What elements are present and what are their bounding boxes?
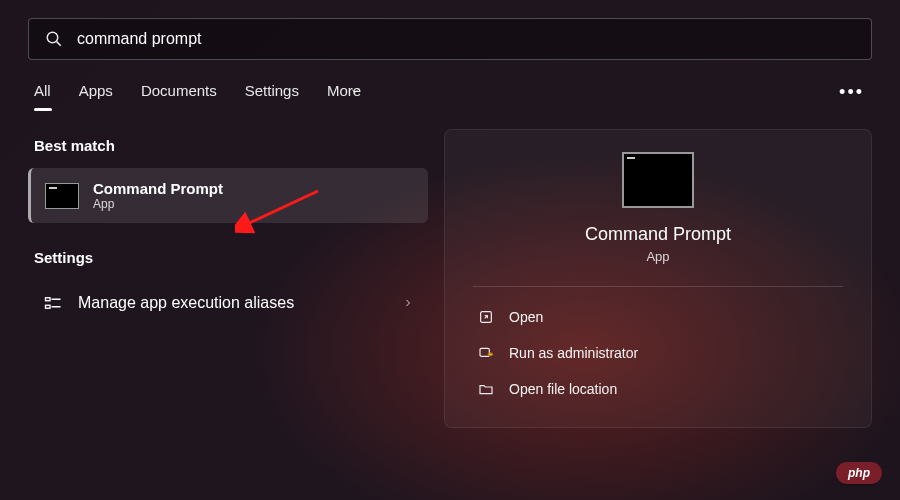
tab-documents[interactable]: Documents	[141, 82, 217, 107]
tab-settings[interactable]: Settings	[245, 82, 299, 107]
settings-item-aliases[interactable]: Manage app execution aliases	[28, 280, 428, 326]
tab-all[interactable]: All	[34, 82, 51, 107]
chevron-right-icon	[402, 297, 414, 309]
best-match-result[interactable]: Command Prompt App	[28, 168, 428, 223]
detail-subtitle: App	[646, 249, 669, 264]
chevron-down-icon	[349, 85, 361, 97]
svg-point-0	[47, 32, 58, 43]
tabs-row: All Apps Documents Settings More •••	[0, 60, 900, 107]
more-options-button[interactable]: •••	[839, 82, 864, 103]
detail-title: Command Prompt	[585, 224, 731, 245]
action-open-location-label: Open file location	[509, 381, 617, 397]
aliases-icon	[42, 294, 64, 312]
action-open-location[interactable]: Open file location	[473, 373, 843, 405]
php-badge: php	[836, 462, 882, 484]
settings-item-label: Manage app execution aliases	[78, 294, 294, 312]
open-icon	[477, 309, 495, 325]
result-text: Command Prompt App	[93, 180, 223, 211]
detail-panel: Command Prompt App Open Run as administr…	[444, 129, 872, 428]
svg-line-1	[57, 42, 61, 46]
result-subtitle: App	[93, 197, 223, 211]
search-icon	[45, 30, 63, 48]
result-title: Command Prompt	[93, 180, 223, 197]
svg-rect-4	[46, 305, 51, 308]
results-column: Best match Command Prompt App Settings M…	[28, 129, 428, 428]
action-list: Open Run as administrator Open file loca…	[473, 301, 843, 405]
action-run-admin-label: Run as administrator	[509, 345, 638, 361]
settings-header: Settings	[28, 241, 428, 280]
action-run-admin[interactable]: Run as administrator	[473, 337, 843, 369]
main: Best match Command Prompt App Settings M…	[0, 107, 900, 428]
search-bar[interactable]	[28, 18, 872, 60]
admin-icon	[477, 345, 495, 361]
best-match-header: Best match	[28, 129, 428, 168]
tab-apps[interactable]: Apps	[79, 82, 113, 107]
action-open[interactable]: Open	[473, 301, 843, 333]
detail-app-icon	[622, 152, 694, 208]
command-prompt-icon	[45, 183, 79, 209]
svg-rect-2	[46, 298, 51, 301]
tab-more[interactable]: More	[327, 82, 361, 107]
folder-icon	[477, 381, 495, 397]
action-open-label: Open	[509, 309, 543, 325]
search-input[interactable]	[77, 30, 855, 48]
divider	[473, 286, 843, 287]
